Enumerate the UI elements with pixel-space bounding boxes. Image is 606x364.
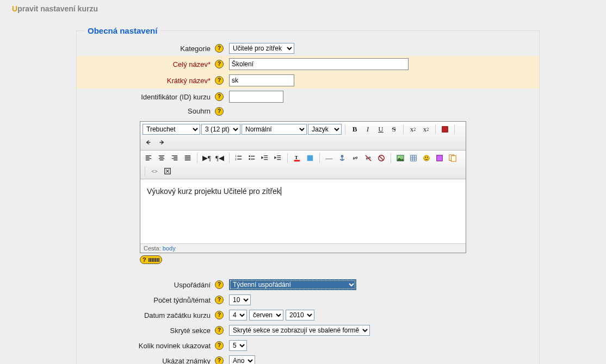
hr-button[interactable]: — <box>323 152 335 164</box>
undo-button[interactable] <box>143 136 154 148</box>
link-button[interactable] <box>349 152 361 164</box>
lang-select[interactable]: Jazyk <box>308 124 342 135</box>
smiley-button[interactable] <box>421 152 432 164</box>
help-icon[interactable] <box>215 311 224 319</box>
keyboard-icon <box>149 258 159 262</box>
help-icon[interactable] <box>215 296 224 304</box>
help-icon[interactable] <box>215 92 224 101</box>
align-justify-button[interactable] <box>182 152 194 164</box>
svg-point-3 <box>249 155 250 157</box>
bg-color-button[interactable] <box>304 152 316 164</box>
help-icon[interactable] <box>215 76 224 85</box>
table-button[interactable] <box>407 152 419 164</box>
outdent-button[interactable] <box>259 152 271 164</box>
control-grades: Ano <box>229 355 255 364</box>
control-idnumber <box>229 91 283 103</box>
row-hidden: Skryté sekce Skryté sekce se zobrazují v… <box>77 323 539 338</box>
align-center-button[interactable] <box>156 152 168 164</box>
month-select[interactable]: červen <box>249 310 283 321</box>
path-label: Cesta: <box>144 245 161 252</box>
control-startdate: 4 červen 2010 <box>229 310 314 321</box>
bold-button[interactable]: B <box>349 123 361 135</box>
ordered-list-button[interactable]: 12 <box>233 152 245 164</box>
editor-status: Cesta: body <box>140 243 466 253</box>
label-startdate: Datum začátku kurzu <box>77 311 213 319</box>
nolink-button[interactable] <box>375 152 387 164</box>
anchor-button[interactable] <box>336 152 348 164</box>
shortname-input[interactable] <box>229 74 294 86</box>
control-news: 5 <box>229 340 247 351</box>
svg-rect-11 <box>411 155 417 161</box>
help-icon[interactable] <box>215 341 224 350</box>
control-weeks: 10 <box>229 294 251 305</box>
align-right-button[interactable] <box>169 152 181 164</box>
keyboard-help-button[interactable]: ? <box>140 255 162 264</box>
editor-content[interactable]: Výukový kurz projektu Učitelé pro zítřek <box>140 179 466 243</box>
redo-button[interactable] <box>156 136 168 148</box>
weeks-select[interactable]: 10 <box>229 294 251 305</box>
svg-point-13 <box>425 156 426 158</box>
help-icon[interactable] <box>215 356 224 364</box>
svg-rect-7 <box>307 155 313 161</box>
svg-rect-0 <box>442 127 448 133</box>
html-button[interactable]: <> <box>149 165 160 177</box>
size-select[interactable]: 3 (12 pt) <box>201 124 240 135</box>
clean-button[interactable] <box>439 123 451 135</box>
help-icon[interactable] <box>215 44 224 53</box>
page-root: Upravit nastavení kurzu Obecná nastavení… <box>0 0 606 364</box>
svg-text:2: 2 <box>235 158 237 161</box>
category-select[interactable]: Učitelé pro zítřek <box>229 43 294 54</box>
row-fullname: Celý název* <box>77 56 539 72</box>
superscript-button[interactable]: x2 <box>420 123 432 135</box>
row-shortname: Krátký název* <box>77 72 539 89</box>
subscript-button[interactable]: x2 <box>407 123 419 135</box>
svg-point-4 <box>249 158 250 160</box>
search-button[interactable] <box>447 152 459 164</box>
control-hidden: Skryté sekce se zobrazují ve sbalené for… <box>229 325 370 336</box>
row-format: Uspořádání Týdenní uspořádání <box>77 277 539 292</box>
help-icon[interactable] <box>215 326 224 335</box>
align-left-button[interactable] <box>143 152 154 164</box>
page-title: Upravit nastavení kurzu <box>0 0 606 15</box>
strike-button[interactable]: S <box>388 123 400 135</box>
text-cursor <box>281 187 281 196</box>
section-legend: Obecná nastavení <box>84 26 160 35</box>
help-icon[interactable] <box>215 107 224 116</box>
indent-button[interactable] <box>272 152 284 164</box>
italic-button[interactable]: I <box>362 123 374 135</box>
unordered-list-button[interactable] <box>246 152 258 164</box>
format-select[interactable]: Týdenní uspořádání <box>229 279 356 290</box>
page-title-accent: U <box>12 4 17 13</box>
style-select[interactable]: Normální <box>242 124 307 135</box>
row-category: Kategorie Učitelé pro zítřek <box>77 41 539 56</box>
day-select[interactable]: 4 <box>229 310 247 321</box>
text-color-button[interactable]: T <box>291 152 303 164</box>
font-select[interactable]: Trebuchet <box>143 124 200 135</box>
label-news: Kolik novinek ukazovat <box>77 342 213 350</box>
underline-button[interactable]: U <box>375 123 387 135</box>
svg-rect-15 <box>437 155 443 161</box>
control-fullname <box>229 58 409 70</box>
row-weeks: Počet týdnů/témat 10 <box>77 292 539 307</box>
control-format: Týdenní uspořádání <box>229 279 356 290</box>
unlink-button[interactable] <box>362 152 374 164</box>
year-select[interactable]: 2010 <box>286 310 314 321</box>
grades-select[interactable]: Ano <box>229 355 255 364</box>
row-news: Kolik novinek ukazovat 5 <box>77 338 539 353</box>
path-body-link[interactable]: body <box>163 245 176 252</box>
char-button[interactable] <box>434 152 446 164</box>
label-format: Uspořádání <box>77 281 213 289</box>
news-select[interactable]: 5 <box>229 340 247 351</box>
fullname-input[interactable] <box>229 58 409 70</box>
ltr-button[interactable]: ▶¶ <box>201 152 213 164</box>
idnumber-input[interactable] <box>229 91 283 103</box>
page-title-text: pravit nastavení kurzu <box>17 4 98 13</box>
hidden-select[interactable]: Skryté sekce se zobrazují ve sbalené for… <box>229 325 370 336</box>
rtl-button[interactable]: ¶◀ <box>214 152 226 164</box>
help-icon[interactable] <box>215 60 224 68</box>
image-button[interactable] <box>394 152 406 164</box>
label-summary: Souhrn <box>77 107 213 115</box>
help-icon[interactable] <box>215 280 224 289</box>
fullscreen-button[interactable] <box>162 165 174 177</box>
svg-point-14 <box>427 156 428 158</box>
